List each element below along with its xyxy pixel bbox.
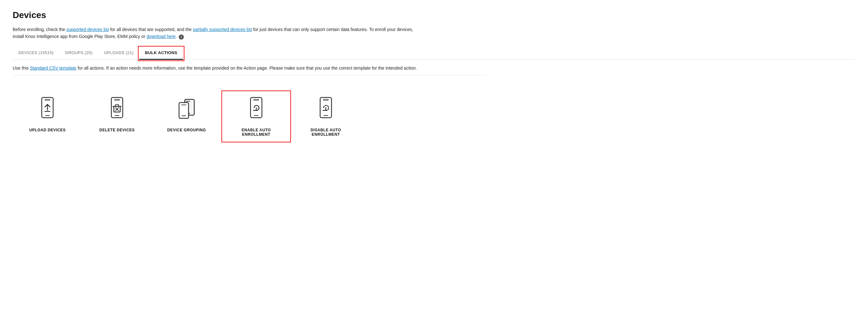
svg-rect-6 [115,99,120,100]
tab-uploads[interactable]: UPLOADS (21) [98,47,140,60]
tab-groups[interactable]: GROUPS (20) [59,47,98,60]
device-grouping-icon [174,97,199,122]
upload-devices-icon [35,97,60,122]
csv-template-link[interactable]: Standard CSV template [30,65,76,70]
supported-devices-link[interactable]: supported devices list [66,27,109,32]
tab-bulk-actions[interactable]: BULK ACTIONS [139,47,183,60]
action-delete-devices[interactable]: DELETE DEVICES [82,91,152,138]
desc-mid1: for all devices that are supported, and … [109,27,193,32]
desc-before: Before enrolling, check the [13,27,66,32]
page-description: Before enrolling, check the supported de… [13,26,424,40]
delete-devices-label: DELETE DEVICES [99,128,135,132]
actions-grid: UPLOAD DEVICES [13,91,855,161]
action-disable-auto-enrollment[interactable]: DISABLE AUTO ENROLLMENT [291,91,361,143]
disable-auto-enrollment-icon [313,97,338,122]
desc-after: . [176,34,177,39]
bulk-info-suffix: for all actions. If an action needs more… [76,65,417,70]
tabs-row: DEVICES (15515) GROUPS (20) UPLOADS (21)… [13,47,855,60]
enable-auto-enrollment-icon [244,97,269,122]
action-enable-auto-enrollment[interactable]: ENABLE AUTO ENROLLMENT [221,91,291,143]
delete-devices-icon [104,97,130,122]
action-upload-devices[interactable]: UPLOAD DEVICES [13,91,82,138]
svg-rect-19 [254,99,259,100]
svg-rect-1 [45,99,50,100]
upload-devices-label: UPLOAD DEVICES [29,128,65,132]
disable-auto-enrollment-label: DISABLE AUTO ENROLLMENT [297,128,355,137]
bulk-info-prefix: Use this [13,65,30,70]
tab-devices[interactable]: DEVICES (15515) [13,47,59,60]
download-here-link[interactable]: download here [147,34,176,39]
enable-auto-enrollment-label: ENABLE AUTO ENROLLMENT [227,128,285,137]
device-grouping-label: DEVICE GROUPING [167,128,206,132]
svg-rect-22 [323,99,328,100]
partially-supported-link[interactable]: partially supported devices list [193,27,252,32]
action-device-grouping[interactable]: DEVICE GROUPING [152,91,221,138]
info-icon[interactable]: i [179,34,184,39]
page-title: Devices [13,10,855,20]
bulk-info-bar: Use this Standard CSV template for all a… [13,60,487,75]
